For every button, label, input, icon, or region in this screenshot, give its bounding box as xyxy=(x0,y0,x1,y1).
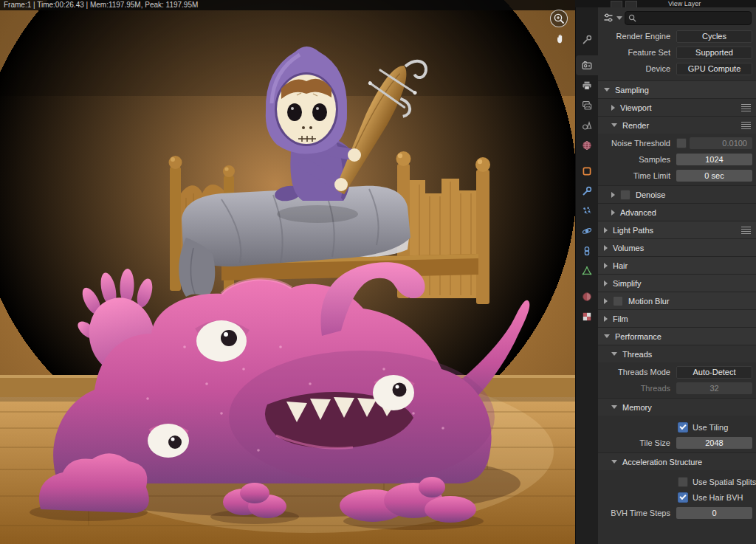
motion-blur-checkbox[interactable] xyxy=(613,296,623,306)
properties-panel: Render Engine Cycles Feature Set Support… xyxy=(598,7,756,544)
section-film[interactable]: Film xyxy=(598,309,756,327)
section-sampling[interactable]: Sampling xyxy=(598,80,756,98)
section-performance[interactable]: Performance xyxy=(598,327,756,345)
subpanel-acceleration-structure[interactable]: Acceleration Structure xyxy=(598,452,756,470)
subpanel-threads[interactable]: Threads xyxy=(598,345,756,362)
section-volumes[interactable]: Volumes xyxy=(598,238,756,256)
tab-material-properties[interactable] xyxy=(576,286,598,306)
chevron-down-icon xyxy=(611,405,617,409)
device-dropdown[interactable]: GPU Compute xyxy=(676,63,752,75)
chevron-right-icon xyxy=(604,263,608,269)
zoom-tool-button[interactable] xyxy=(550,10,568,27)
render-engine-label: Render Engine xyxy=(598,32,676,41)
section-title: Simplify xyxy=(613,279,642,288)
render-engine-dropdown[interactable]: Cycles xyxy=(676,30,752,43)
chevron-right-icon xyxy=(611,192,615,198)
render-stats: Frame:1 | Time:00:26.43 | Mem:1197.95M, … xyxy=(0,0,575,10)
threads-label: Threads xyxy=(598,384,676,393)
tab-physics-properties[interactable] xyxy=(576,221,598,241)
subpanel-title: Denoise xyxy=(636,190,665,199)
chevron-right-icon xyxy=(604,298,608,304)
tab-world-properties[interactable] xyxy=(576,135,598,155)
pan-tool-button[interactable] xyxy=(551,31,568,47)
chevron-right-icon xyxy=(604,316,608,322)
presets-menu-icon[interactable] xyxy=(741,227,751,234)
texture-checker-icon xyxy=(581,311,593,323)
section-title: Volumes xyxy=(613,244,644,252)
search-input[interactable] xyxy=(639,13,748,23)
topbar-widget[interactable] xyxy=(625,1,637,7)
chain-links-icon xyxy=(581,245,593,257)
tab-object-properties[interactable] xyxy=(576,161,598,181)
presets-menu-icon[interactable] xyxy=(741,104,751,111)
tab-render-properties[interactable] xyxy=(576,55,598,75)
section-hair[interactable]: Hair xyxy=(598,256,756,274)
chevron-down-icon xyxy=(611,352,617,356)
subpanel-title: Acceleration Structure xyxy=(622,458,702,466)
properties-editor-icon[interactable] xyxy=(602,12,614,24)
row-bvh-time-steps: BVH Time Steps 0 xyxy=(598,505,756,521)
world-globe-icon xyxy=(581,140,593,151)
chevron-down-icon xyxy=(611,123,617,127)
particles-icon xyxy=(581,205,593,217)
tab-texture-properties[interactable] xyxy=(576,306,598,326)
subpanel-title: Viewport xyxy=(620,103,652,112)
render-result-viewport[interactable]: Frame:1 | Time:00:26.43 | Mem:1197.95M, … xyxy=(0,0,575,544)
threads-mode-dropdown[interactable]: Auto-Detect xyxy=(676,366,752,379)
samples-value[interactable]: 1024 xyxy=(676,154,752,165)
subpanel-render[interactable]: Render xyxy=(598,116,756,134)
tab-modifier-properties[interactable] xyxy=(576,181,598,201)
tool-icon xyxy=(581,34,593,46)
use-tiling-label: Use Tiling xyxy=(693,423,728,432)
row-threads-mode: Threads Mode Auto-Detect xyxy=(598,364,756,380)
tile-size-value[interactable]: 2048 xyxy=(676,437,752,449)
properties-header-row xyxy=(598,7,756,28)
subpanel-title: Memory xyxy=(622,403,652,412)
use-spatial-splits-checkbox[interactable] xyxy=(678,477,688,487)
section-motion-blur[interactable]: Motion Blur xyxy=(598,292,756,309)
tab-tool-properties[interactable] xyxy=(576,30,598,49)
time-limit-label: Time Limit xyxy=(598,171,676,180)
chevron-right-icon xyxy=(604,245,608,251)
presets-menu-icon[interactable] xyxy=(741,122,751,129)
row-feature-set: Feature Set Supported xyxy=(598,44,756,61)
view-layer-selector[interactable]: View Layer xyxy=(668,0,701,7)
bvh-time-steps-value[interactable]: 0 xyxy=(676,507,752,519)
device-label: Device xyxy=(598,64,676,73)
time-limit-value[interactable]: 0 sec xyxy=(676,170,752,182)
bvh-time-steps-label: BVH Time Steps xyxy=(598,509,676,517)
subpanel-advanced[interactable]: Advanced xyxy=(598,203,756,221)
subpanel-viewport[interactable]: Viewport xyxy=(598,98,756,116)
tab-particle-properties[interactable] xyxy=(576,201,598,221)
material-sphere-icon xyxy=(581,291,593,303)
threads-mode-label: Threads Mode xyxy=(598,368,676,376)
subpanel-title: Threads xyxy=(622,350,652,359)
chevron-right-icon xyxy=(604,280,608,286)
denoise-checkbox[interactable] xyxy=(620,190,630,200)
use-hair-bvh-checkbox[interactable] xyxy=(678,492,688,503)
chevron-down-icon[interactable] xyxy=(616,16,622,23)
tab-view-layer-properties[interactable] xyxy=(576,95,598,115)
topbar-strip: View Layer xyxy=(575,0,756,7)
section-light-paths[interactable]: Light Paths xyxy=(598,221,756,238)
row-time-limit: Time Limit 0 sec xyxy=(598,168,756,184)
physics-orbit-icon xyxy=(581,225,593,237)
search-field[interactable] xyxy=(625,11,752,25)
section-title: Light Paths xyxy=(613,226,653,235)
chevron-down-icon xyxy=(604,334,610,338)
chevron-right-icon xyxy=(604,227,608,233)
tab-constraint-properties[interactable] xyxy=(576,241,598,261)
tab-object-data-properties[interactable] xyxy=(576,261,598,280)
hand-icon xyxy=(554,33,566,45)
subpanel-memory[interactable]: Memory xyxy=(598,398,756,416)
tab-scene-properties[interactable] xyxy=(576,115,598,135)
section-title: Hair xyxy=(613,261,628,270)
use-hair-bvh-label: Use Hair BVH xyxy=(693,493,743,502)
topbar-widget[interactable] xyxy=(611,1,622,7)
subpanel-denoise[interactable]: Denoise xyxy=(598,185,756,203)
noise-threshold-checkbox[interactable] xyxy=(676,138,687,148)
feature-set-dropdown[interactable]: Supported xyxy=(676,47,752,59)
tab-output-properties[interactable] xyxy=(576,75,598,95)
use-tiling-checkbox[interactable] xyxy=(678,422,688,433)
section-simplify[interactable]: Simplify xyxy=(598,274,756,292)
